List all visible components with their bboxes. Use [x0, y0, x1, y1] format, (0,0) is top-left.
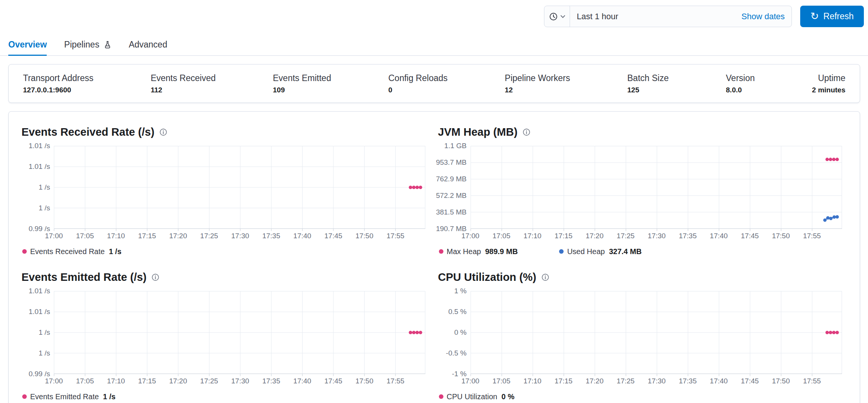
- plot-area: [54, 146, 425, 229]
- legend-item[interactable]: Used Heap327.4 MB: [559, 247, 642, 256]
- x-axis-label: 17:00: [45, 377, 63, 385]
- y-axis-label: 1 /s: [38, 204, 50, 212]
- date-picker: Last 1 hour Show dates: [544, 6, 792, 27]
- summary-label: Events Received: [151, 73, 216, 83]
- legend-item[interactable]: Events Received Rate1 /s: [22, 247, 121, 256]
- charts-panel: Events Received Rate (/s) 1.01 /s1.01 /s…: [8, 111, 860, 403]
- x-axis-label: 17:10: [107, 232, 125, 240]
- summary-label: Version: [726, 73, 755, 83]
- x-axis-label: 17:10: [107, 377, 125, 385]
- refresh-icon: ↻: [810, 11, 819, 21]
- chart-legend: Events Received Rate1 /s: [21, 247, 425, 256]
- legend-series-value: 1 /s: [103, 392, 115, 401]
- info-icon[interactable]: [151, 273, 159, 281]
- x-axis-label: 17:00: [45, 232, 63, 240]
- legend-series-value: 327.4 MB: [609, 247, 642, 256]
- tab-advanced[interactable]: Advanced: [129, 35, 167, 56]
- x-axis: 17:0017:0517:1017:1517:2017:2517:3017:35…: [54, 377, 425, 387]
- x-axis-label: 17:30: [648, 377, 666, 385]
- topbar: Last 1 hour Show dates ↻ Refresh: [0, 0, 868, 27]
- quick-select-button[interactable]: [544, 6, 570, 27]
- y-axis-label: 1.01 /s: [29, 287, 50, 295]
- x-axis-label: 17:45: [741, 377, 759, 385]
- summary-label: Pipeline Workers: [505, 73, 570, 83]
- chart-cpu-utilization: CPU Utilization (%) 1 %0.5 %0 %-0.5 %-1 …: [438, 271, 842, 401]
- x-axis-label: 17:10: [524, 377, 542, 385]
- summary-item-config-reloads: Config Reloads 0: [388, 73, 448, 94]
- summary-item-uptime: Uptime 2 minutes: [812, 73, 845, 94]
- summary-value: 109: [273, 86, 331, 94]
- y-axis: 1 %0.5 %0 %-0.5 %-1 %: [438, 291, 471, 374]
- tab-overview[interactable]: Overview: [8, 35, 47, 56]
- x-axis-label: 17:50: [772, 232, 790, 240]
- refresh-button[interactable]: ↻ Refresh: [800, 6, 864, 27]
- x-axis-label: 17:55: [387, 377, 405, 385]
- y-axis-label: 1.01 /s: [29, 308, 50, 316]
- plot-area: [54, 291, 425, 374]
- x-axis-label: 17:25: [200, 377, 218, 385]
- summary-label: Events Emitted: [273, 73, 331, 83]
- x-axis-label: 17:55: [387, 232, 405, 240]
- info-icon[interactable]: [523, 128, 530, 136]
- info-icon[interactable]: [541, 273, 549, 281]
- x-axis-label: 17:05: [492, 232, 510, 240]
- summary-item-events-received: Events Received 112: [151, 73, 216, 94]
- summary-label: Uptime: [818, 73, 845, 83]
- summary-label: Config Reloads: [388, 73, 448, 83]
- chart-title: CPU Utilization (%): [438, 271, 536, 283]
- chart-title: Events Emitted Rate (/s): [21, 271, 147, 283]
- y-axis-label: 572.2 MB: [436, 192, 466, 200]
- x-axis-label: 17:30: [231, 232, 249, 240]
- tab-bar: Overview Pipelines Advanced: [0, 35, 868, 56]
- chart-title: Events Received Rate (/s): [21, 126, 154, 138]
- x-axis-label: 17:35: [262, 232, 280, 240]
- x-axis-label: 17:05: [76, 377, 94, 385]
- x-axis-label: 17:20: [169, 377, 187, 385]
- legend-dot: [22, 249, 27, 254]
- summary-item-version: Version 8.0.0: [726, 73, 755, 94]
- summary-item-pipeline-workers: Pipeline Workers 12: [505, 73, 570, 94]
- legend-series-value: 0 %: [501, 392, 514, 401]
- summary-panel: Transport Address 127.0.0.1:9600 Events …: [8, 64, 860, 103]
- tab-pipelines-label: Pipelines: [64, 40, 99, 50]
- chart-legend: Events Emitted Rate1 /s: [21, 392, 425, 401]
- summary-item-transport-address: Transport Address 127.0.0.1:9600: [23, 73, 93, 94]
- y-axis-label: 1 /s: [38, 328, 50, 337]
- show-dates-link[interactable]: Show dates: [741, 6, 792, 27]
- legend-item[interactable]: CPU Utilization0 %: [439, 392, 515, 401]
- x-axis-label: 17:50: [772, 377, 790, 385]
- y-axis-label: 0.5 %: [448, 308, 467, 316]
- x-axis-label: 17:40: [293, 377, 312, 385]
- x-axis: 17:0017:0517:1017:1517:2017:2517:3017:35…: [471, 232, 842, 242]
- tab-pipelines[interactable]: Pipelines: [64, 35, 111, 56]
- y-axis-label: 953.7 MB: [436, 158, 466, 167]
- selected-time-range[interactable]: Last 1 hour: [570, 6, 741, 27]
- x-axis-label: 17:45: [324, 232, 342, 240]
- x-axis-label: 17:45: [741, 232, 759, 240]
- chart-plot: [471, 291, 842, 374]
- x-axis-label: 17:30: [648, 232, 666, 240]
- chart-jvm-heap: JVM Heap (MB) 1.1 GB953.7 MB762.9 MB572.…: [438, 126, 842, 256]
- beaker-icon: [104, 41, 112, 49]
- x-axis-label: 17:50: [355, 232, 373, 240]
- legend-item[interactable]: Events Emitted Rate1 /s: [22, 392, 116, 401]
- chevron-down-icon: [560, 14, 565, 19]
- summary-value: 127.0.0.1:9600: [23, 86, 93, 94]
- x-axis-label: 17:30: [231, 377, 249, 385]
- y-axis: 1.01 /s1.01 /s1 /s1 /s0.99 /s: [21, 146, 54, 229]
- chart-plot: [54, 291, 425, 374]
- plot-area: [471, 291, 842, 374]
- x-axis-label: 17:25: [617, 232, 635, 240]
- legend-series-name: Events Emitted Rate: [30, 392, 99, 401]
- x-axis-label: 17:00: [462, 377, 480, 385]
- x-axis-label: 17:15: [138, 377, 156, 385]
- legend-item[interactable]: Max Heap989.9 MB: [439, 247, 518, 256]
- legend-dot: [439, 394, 443, 399]
- x-axis-label: 17:25: [617, 377, 635, 385]
- legend-series-value: 1 /s: [109, 247, 121, 256]
- chart-plot: [54, 146, 425, 229]
- y-axis-label: 1 %: [454, 287, 467, 295]
- x-axis-label: 17:55: [803, 377, 821, 385]
- summary-value: 8.0.0: [726, 86, 755, 94]
- info-icon[interactable]: [159, 128, 167, 136]
